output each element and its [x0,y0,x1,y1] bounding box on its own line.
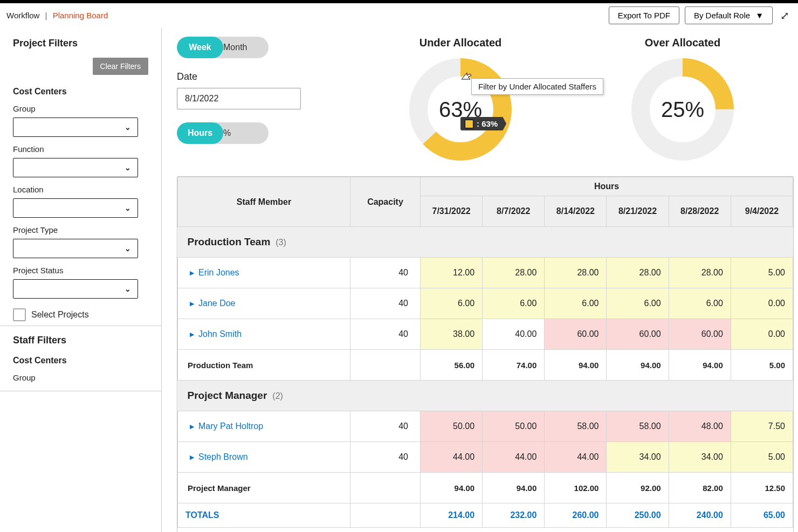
breadcrumb-current: Planning Board [53,11,108,20]
over-gauge-title: Over Allocated [645,37,720,49]
subtotal-cell: 94.00 [607,350,669,381]
hours-cell[interactable]: 28.00 [669,258,731,288]
hours-cell[interactable]: 50.00 [421,411,483,442]
capacity-cell: 40 [350,411,421,442]
period-toggle[interactable]: Week Month [177,37,269,58]
th-date[interactable]: 9/4/2022 [731,196,793,227]
staff-filters-title: Staff Filters [13,335,148,346]
main-area: Week Month Date 8/1/2022 Hours % Under A… [162,28,798,532]
filter-select-group[interactable]: ⌄ [13,118,138,137]
totals-cell: 240.00 [669,503,731,528]
hours-cell[interactable]: 6.00 [607,288,669,319]
capacity-cell: 40 [350,319,421,350]
staff-cell: ▶Jane Doe [178,288,350,319]
hours-cell[interactable]: 6.00 [483,288,545,319]
date-input[interactable]: 8/1/2022 [177,88,301,109]
filter-select-project-type[interactable]: ⌄ [13,239,138,258]
filter-select-location[interactable]: ⌄ [13,198,138,218]
th-staff[interactable]: Staff Member [178,177,350,227]
group-header[interactable]: Project Manager(2) [178,381,793,411]
hours-cell[interactable]: 28.00 [545,258,607,288]
expand-icon[interactable]: ⤢ [778,8,792,23]
hours-cell[interactable]: 0.00 [731,319,793,350]
caret-right-icon: ▶ [190,454,194,461]
th-date[interactable]: 8/21/2022 [607,196,669,227]
th-date[interactable]: 8/7/2022 [483,196,545,227]
hours-cell[interactable]: 34.00 [607,442,669,473]
hours-cell[interactable]: 12.00 [421,258,483,288]
chevron-down-icon: ⌄ [125,123,131,132]
subtotal-cell: 92.00 [607,473,669,503]
hours-cell[interactable]: 5.00 [731,442,793,473]
over-allocated-gauge[interactable]: Over Allocated 25% [629,37,737,163]
th-hours: Hours [421,177,793,196]
breadcrumb-parent[interactable]: Workflow [6,11,39,20]
cursor-icon [462,71,471,84]
totals-cell: 65.00 [731,503,793,528]
hours-cell[interactable]: 28.00 [483,258,545,288]
staff-cell: ▶Erin Jones [178,258,350,288]
hours-cell[interactable]: 5.00 [731,258,793,288]
hours-cell[interactable]: 38.00 [421,319,483,350]
checkbox-icon[interactable] [13,308,26,321]
clear-filters-button[interactable]: Clear Filters [93,58,148,75]
hours-cell[interactable]: 60.00 [669,319,731,350]
hours-cell[interactable]: 40.00 [483,319,545,350]
capacity-cell: 40 [350,258,421,288]
th-date[interactable]: 7/31/2022 [421,196,483,227]
hours-cell[interactable]: 6.00 [545,288,607,319]
staff-cell: ▶Mary Pat Holtrop [178,411,350,442]
staff-link[interactable]: ▶Erin Jones [178,268,350,278]
period-month[interactable]: Month [223,37,247,58]
hours-cell[interactable]: 6.00 [669,288,731,319]
hours-cell[interactable]: 60.00 [545,319,607,350]
hours-cell[interactable]: 60.00 [607,319,669,350]
header-bar: Workflow | Planning Board Export To PDF … [0,3,798,28]
hours-cell[interactable]: 6.00 [421,288,483,319]
group-header[interactable]: Production Team(3) [178,227,793,258]
hours-cell[interactable]: 44.00 [421,442,483,473]
unit-toggle[interactable]: Hours % [177,122,269,144]
totals-label: TOTALS [178,503,350,528]
under-gauge-datapoint: : 63% [460,117,506,130]
role-dropdown[interactable]: By Default Role ▼ [685,6,773,24]
hours-cell[interactable]: 48.00 [669,411,731,442]
hours-cell[interactable]: 50.00 [483,411,545,442]
chevron-down-icon: ⌄ [125,244,131,253]
subtotal-blank [350,350,421,381]
staff-link[interactable]: ▶Jane Doe [178,299,350,308]
hours-cell[interactable]: 28.00 [607,258,669,288]
capacity-cell: 40 [350,442,421,473]
subtotal-label: Project Manager [178,473,350,503]
under-allocated-gauge[interactable]: Under Allocated 63% Filter by Under Allo… [407,37,514,163]
staff-link[interactable]: ▶John Smith [178,329,350,339]
breadcrumb: Workflow | Planning Board [6,11,108,20]
th-date[interactable]: 8/14/2022 [545,196,607,227]
hours-cell[interactable]: 34.00 [669,442,731,473]
hours-cell[interactable]: 7.50 [731,411,793,442]
subtotal-cell: 56.00 [421,350,483,381]
hours-cell[interactable]: 44.00 [483,442,545,473]
subtotal-cell: 94.00 [483,473,545,503]
th-capacity[interactable]: Capacity [350,177,421,227]
unit-hours[interactable]: Hours [177,122,223,144]
th-date[interactable]: 8/28/2022 [669,196,731,227]
export-pdf-button[interactable]: Export To PDF [609,6,679,24]
staff-link[interactable]: ▶Steph Brown [178,452,350,462]
filter-select-project-status[interactable]: ⌄ [13,279,138,299]
hours-cell[interactable]: 58.00 [545,411,607,442]
hours-cell[interactable]: 0.00 [731,288,793,319]
filter-label: Function [13,144,148,154]
staff-link[interactable]: ▶Mary Pat Holtrop [178,422,350,431]
hours-cell[interactable]: 58.00 [607,411,669,442]
unit-percent[interactable]: % [223,122,231,144]
hours-cell[interactable]: 44.00 [545,442,607,473]
capacity-cell: 40 [350,288,421,319]
chevron-down-icon: ⌄ [125,204,131,212]
filter-select-function[interactable]: ⌄ [13,158,138,177]
cost-centers-header: Cost Centers [13,87,148,96]
select-projects-row[interactable]: Select Projects [13,308,148,321]
period-week[interactable]: Week [177,37,223,58]
filter-label: Project Type [13,225,148,234]
totals-cell: 260.00 [545,503,607,528]
